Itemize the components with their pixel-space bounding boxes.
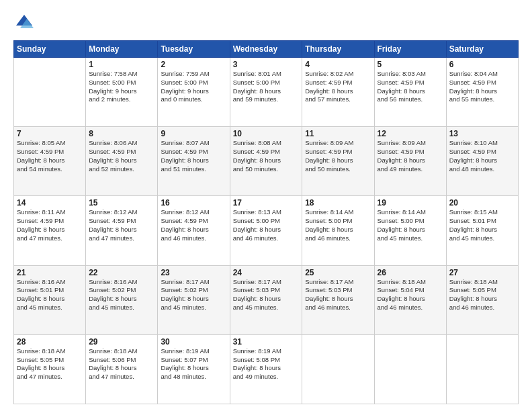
- day-number: 19: [378, 198, 443, 208]
- day-number: 16: [161, 198, 226, 208]
- calendar-cell: 23Sunrise: 8:17 AM Sunset: 5:02 PM Dayli…: [158, 265, 230, 334]
- calendar-cell: 18Sunrise: 8:14 AM Sunset: 5:00 PM Dayli…: [302, 196, 374, 265]
- calendar-header-row: SundayMondayTuesdayWednesdayThursdayFrid…: [14, 41, 519, 58]
- day-number: 18: [305, 198, 371, 208]
- weekday-header-wednesday: Wednesday: [230, 41, 302, 58]
- calendar-cell: 16Sunrise: 8:12 AM Sunset: 4:59 PM Dayli…: [158, 196, 230, 265]
- calendar-cell: 10Sunrise: 8:08 AM Sunset: 4:59 PM Dayli…: [230, 127, 302, 196]
- calendar-cell: 9Sunrise: 8:07 AM Sunset: 4:59 PM Daylig…: [158, 127, 230, 196]
- day-number: 11: [305, 129, 371, 138]
- calendar-cell: 20Sunrise: 8:15 AM Sunset: 5:01 PM Dayli…: [446, 196, 518, 265]
- day-info: Sunrise: 8:16 AM Sunset: 5:02 PM Dayligh…: [89, 278, 154, 312]
- day-info: Sunrise: 8:18 AM Sunset: 5:05 PM Dayligh…: [449, 278, 515, 312]
- calendar-cell: 19Sunrise: 8:14 AM Sunset: 5:00 PM Dayli…: [374, 196, 446, 265]
- day-number: 6: [449, 60, 515, 69]
- calendar-cell: 3Sunrise: 8:01 AM Sunset: 5:00 PM Daylig…: [230, 58, 302, 127]
- day-number: 20: [449, 198, 515, 208]
- calendar-cell: 22Sunrise: 8:16 AM Sunset: 5:02 PM Dayli…: [86, 265, 158, 334]
- calendar-week-row: 7Sunrise: 8:05 AM Sunset: 4:59 PM Daylig…: [14, 127, 519, 196]
- day-info: Sunrise: 8:18 AM Sunset: 5:05 PM Dayligh…: [17, 347, 83, 381]
- day-info: Sunrise: 8:12 AM Sunset: 4:59 PM Dayligh…: [161, 208, 226, 242]
- day-info: Sunrise: 8:14 AM Sunset: 5:00 PM Dayligh…: [305, 208, 371, 242]
- calendar-week-row: 28Sunrise: 8:18 AM Sunset: 5:05 PM Dayli…: [14, 334, 519, 404]
- day-number: 1: [89, 60, 154, 69]
- calendar-week-row: 21Sunrise: 8:16 AM Sunset: 5:01 PM Dayli…: [14, 265, 519, 334]
- day-number: 14: [17, 198, 83, 208]
- day-number: 26: [378, 268, 443, 277]
- day-number: 15: [89, 198, 154, 208]
- calendar-cell: 27Sunrise: 8:18 AM Sunset: 5:05 PM Dayli…: [446, 265, 518, 334]
- calendar-table: SundayMondayTuesdayWednesdayThursdayFrid…: [13, 40, 519, 404]
- calendar-cell: [374, 334, 446, 404]
- calendar-cell: 13Sunrise: 8:10 AM Sunset: 4:59 PM Dayli…: [446, 127, 518, 196]
- calendar-week-row: 1Sunrise: 7:58 AM Sunset: 5:00 PM Daylig…: [14, 58, 519, 127]
- day-number: 21: [17, 268, 83, 277]
- day-info: Sunrise: 8:12 AM Sunset: 4:59 PM Dayligh…: [89, 208, 154, 242]
- day-number: 24: [233, 268, 300, 277]
- day-number: 2: [161, 60, 226, 69]
- calendar-cell: 14Sunrise: 8:11 AM Sunset: 4:59 PM Dayli…: [14, 196, 86, 265]
- day-info: Sunrise: 8:11 AM Sunset: 4:59 PM Dayligh…: [17, 208, 83, 242]
- day-number: 9: [161, 129, 226, 138]
- day-number: 17: [233, 198, 300, 208]
- calendar-cell: [302, 334, 374, 404]
- day-info: Sunrise: 8:15 AM Sunset: 5:01 PM Dayligh…: [449, 208, 515, 242]
- weekday-header-thursday: Thursday: [302, 41, 374, 58]
- weekday-header-saturday: Saturday: [446, 41, 518, 58]
- calendar-cell: 17Sunrise: 8:13 AM Sunset: 5:00 PM Dayli…: [230, 196, 302, 265]
- calendar-week-row: 14Sunrise: 8:11 AM Sunset: 4:59 PM Dayli…: [14, 196, 519, 265]
- logo-icon: [13, 12, 35, 34]
- logo: [13, 12, 39, 34]
- day-number: 10: [233, 129, 300, 138]
- day-number: 29: [89, 337, 154, 347]
- calendar-cell: 5Sunrise: 8:03 AM Sunset: 4:59 PM Daylig…: [374, 58, 446, 127]
- day-info: Sunrise: 8:07 AM Sunset: 4:59 PM Dayligh…: [161, 139, 226, 173]
- day-number: 4: [305, 60, 371, 69]
- day-number: 5: [378, 60, 443, 69]
- calendar-cell: 25Sunrise: 8:17 AM Sunset: 5:03 PM Dayli…: [302, 265, 374, 334]
- day-info: Sunrise: 8:17 AM Sunset: 5:03 PM Dayligh…: [233, 278, 300, 312]
- day-info: Sunrise: 8:19 AM Sunset: 5:08 PM Dayligh…: [233, 347, 300, 381]
- day-info: Sunrise: 8:06 AM Sunset: 4:59 PM Dayligh…: [89, 139, 154, 173]
- calendar-cell: [446, 334, 518, 404]
- day-info: Sunrise: 8:17 AM Sunset: 5:03 PM Dayligh…: [305, 278, 371, 312]
- day-info: Sunrise: 7:59 AM Sunset: 5:00 PM Dayligh…: [161, 70, 226, 104]
- day-info: Sunrise: 8:08 AM Sunset: 4:59 PM Dayligh…: [233, 139, 300, 173]
- day-info: Sunrise: 8:10 AM Sunset: 4:59 PM Dayligh…: [449, 139, 515, 173]
- day-info: Sunrise: 8:03 AM Sunset: 4:59 PM Dayligh…: [378, 70, 443, 104]
- day-number: 31: [233, 337, 300, 347]
- calendar-cell: 31Sunrise: 8:19 AM Sunset: 5:08 PM Dayli…: [230, 334, 302, 404]
- day-info: Sunrise: 8:09 AM Sunset: 4:59 PM Dayligh…: [305, 139, 371, 173]
- calendar-cell: 28Sunrise: 8:18 AM Sunset: 5:05 PM Dayli…: [14, 334, 86, 404]
- calendar-cell: 6Sunrise: 8:04 AM Sunset: 4:59 PM Daylig…: [446, 58, 518, 127]
- calendar-cell: 29Sunrise: 8:18 AM Sunset: 5:06 PM Dayli…: [86, 334, 158, 404]
- day-number: 12: [378, 129, 443, 138]
- day-info: Sunrise: 8:16 AM Sunset: 5:01 PM Dayligh…: [17, 278, 83, 312]
- calendar-cell: 24Sunrise: 8:17 AM Sunset: 5:03 PM Dayli…: [230, 265, 302, 334]
- day-number: 25: [305, 268, 371, 277]
- day-info: Sunrise: 8:01 AM Sunset: 5:00 PM Dayligh…: [233, 70, 300, 104]
- day-info: Sunrise: 8:05 AM Sunset: 4:59 PM Dayligh…: [17, 139, 83, 173]
- day-info: Sunrise: 7:58 AM Sunset: 5:00 PM Dayligh…: [89, 70, 154, 104]
- weekday-header-sunday: Sunday: [14, 41, 86, 58]
- day-number: 13: [449, 129, 515, 138]
- day-info: Sunrise: 8:13 AM Sunset: 5:00 PM Dayligh…: [233, 208, 300, 242]
- day-info: Sunrise: 8:18 AM Sunset: 5:06 PM Dayligh…: [89, 347, 154, 381]
- page: SundayMondayTuesdayWednesdayThursdayFrid…: [0, 0, 532, 411]
- day-number: 28: [17, 337, 83, 347]
- calendar-cell: 11Sunrise: 8:09 AM Sunset: 4:59 PM Dayli…: [302, 127, 374, 196]
- weekday-header-tuesday: Tuesday: [158, 41, 230, 58]
- day-number: 23: [161, 268, 226, 277]
- day-info: Sunrise: 8:09 AM Sunset: 4:59 PM Dayligh…: [378, 139, 443, 173]
- weekday-header-monday: Monday: [86, 41, 158, 58]
- day-number: 3: [233, 60, 300, 69]
- calendar-cell: 26Sunrise: 8:18 AM Sunset: 5:04 PM Dayli…: [374, 265, 446, 334]
- day-number: 30: [161, 337, 226, 347]
- day-info: Sunrise: 8:18 AM Sunset: 5:04 PM Dayligh…: [378, 278, 443, 312]
- calendar-cell: [14, 58, 86, 127]
- day-info: Sunrise: 8:02 AM Sunset: 4:59 PM Dayligh…: [305, 70, 371, 104]
- calendar-cell: 12Sunrise: 8:09 AM Sunset: 4:59 PM Dayli…: [374, 127, 446, 196]
- weekday-header-friday: Friday: [374, 41, 446, 58]
- day-number: 8: [89, 129, 154, 138]
- day-info: Sunrise: 8:17 AM Sunset: 5:02 PM Dayligh…: [161, 278, 226, 312]
